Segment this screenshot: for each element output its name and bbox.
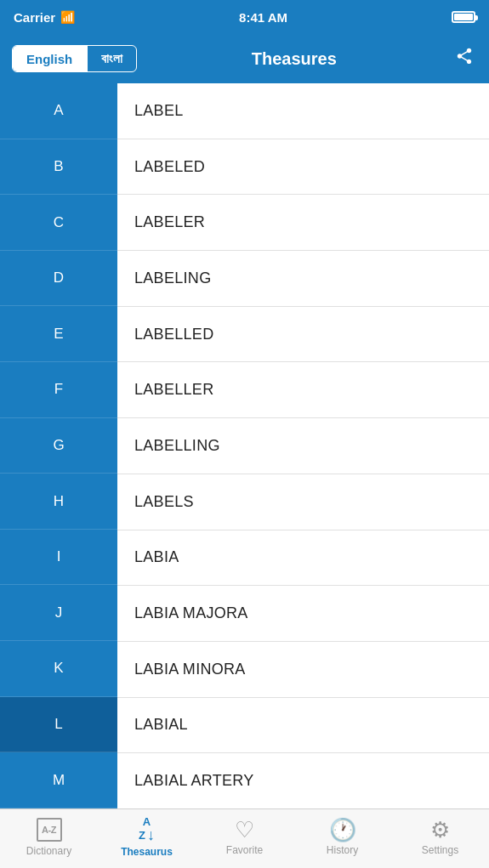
- alpha-sidebar: ABCDEFGHIJKLM: [0, 83, 117, 808]
- word-text: LABELER: [134, 213, 205, 231]
- share-button[interactable]: [452, 43, 477, 74]
- word-text: LABELING: [134, 269, 211, 287]
- word-text: LABIA MINORA: [134, 661, 246, 678]
- language-toggle[interactable]: English বাংলা: [12, 45, 137, 72]
- word-text: LABELS: [134, 493, 194, 511]
- tab-thesaurus[interactable]: A Z ↓ Thesaurus: [98, 816, 196, 861]
- tab-settings-label: Settings: [422, 844, 458, 856]
- alpha-item-k[interactable]: K: [0, 641, 117, 697]
- word-text: LABELLED: [134, 326, 213, 343]
- english-lang-button[interactable]: English: [13, 46, 86, 71]
- word-item[interactable]: LABIA MAJORA: [117, 586, 489, 642]
- tab-favorite-label: Favorite: [226, 844, 263, 856]
- thesaurus-icon: A Z ↓: [139, 816, 155, 842]
- word-item[interactable]: LABEL: [117, 83, 489, 139]
- word-item[interactable]: LABIAL: [117, 698, 489, 754]
- word-text: LABIAL ARTERY: [134, 772, 254, 790]
- carrier-label: Carrier: [14, 10, 55, 25]
- word-list: LABELLABELEDLABELERLABELINGLABELLEDLABEL…: [117, 83, 489, 808]
- alpha-item-j[interactable]: J: [0, 585, 117, 641]
- page-title: Theasures: [252, 49, 337, 69]
- word-item[interactable]: LABIAL ARTERY: [117, 753, 489, 808]
- word-item[interactable]: LABELING: [117, 251, 489, 307]
- tab-favorite[interactable]: ♡ Favorite: [196, 819, 293, 859]
- word-item[interactable]: LABIA MINORA: [117, 642, 489, 698]
- dictionary-icon: A-Z: [37, 818, 62, 842]
- favorite-icon: ♡: [235, 819, 254, 841]
- bengali-lang-button[interactable]: বাংলা: [88, 46, 136, 71]
- alpha-item-a[interactable]: A: [0, 83, 117, 139]
- alpha-item-d[interactable]: D: [0, 251, 117, 307]
- tab-dictionary-label: Dictionary: [26, 845, 71, 857]
- battery-icon: [452, 11, 475, 23]
- history-icon: 🕐: [329, 819, 356, 841]
- tab-bar: A-Z Dictionary A Z ↓ Thesaurus ♡ Favorit…: [0, 808, 489, 868]
- status-left: Carrier 📶: [14, 10, 75, 25]
- word-text: LABIAL: [134, 716, 188, 734]
- share-icon: [455, 47, 474, 65]
- alpha-item-e[interactable]: E: [0, 306, 117, 362]
- wifi-icon: 📶: [60, 10, 75, 24]
- alpha-item-h[interactable]: H: [0, 474, 117, 530]
- main-content: ABCDEFGHIJKLM LABELLABELEDLABELERLABELIN…: [0, 83, 489, 808]
- word-text: LABELLER: [134, 381, 213, 399]
- word-item[interactable]: LABELER: [117, 195, 489, 251]
- alpha-item-m[interactable]: M: [0, 752, 117, 808]
- alpha-item-i[interactable]: I: [0, 530, 117, 586]
- word-item[interactable]: LABELS: [117, 474, 489, 530]
- alpha-item-b[interactable]: B: [0, 139, 117, 196]
- settings-icon: ⚙: [430, 819, 450, 841]
- word-text: LABIA: [134, 548, 179, 566]
- tab-dictionary[interactable]: A-Z Dictionary: [0, 818, 98, 860]
- word-item[interactable]: LABELLING: [117, 418, 489, 474]
- word-text: LABELLING: [134, 437, 220, 455]
- app-header: English বাংলা Theasures: [0, 34, 489, 83]
- alpha-item-c[interactable]: C: [0, 195, 117, 251]
- word-item[interactable]: LABELLER: [117, 362, 489, 418]
- tab-history[interactable]: 🕐 History: [293, 819, 391, 859]
- alpha-item-f[interactable]: F: [0, 362, 117, 418]
- tab-history-label: History: [327, 844, 358, 856]
- tab-settings[interactable]: ⚙ Settings: [391, 819, 489, 859]
- status-bar: Carrier 📶 8:41 AM: [0, 0, 489, 34]
- alpha-item-g[interactable]: G: [0, 418, 117, 474]
- word-item[interactable]: LABELED: [117, 139, 489, 196]
- tab-thesaurus-label: Thesaurus: [121, 846, 173, 858]
- word-item[interactable]: LABIA: [117, 530, 489, 587]
- alpha-item-l[interactable]: L: [0, 697, 117, 753]
- time-label: 8:41 AM: [239, 10, 287, 25]
- word-text: LABIA MAJORA: [134, 604, 248, 622]
- word-text: LABELED: [134, 158, 205, 176]
- word-text: LABEL: [134, 102, 184, 120]
- word-item[interactable]: LABELLED: [117, 307, 489, 363]
